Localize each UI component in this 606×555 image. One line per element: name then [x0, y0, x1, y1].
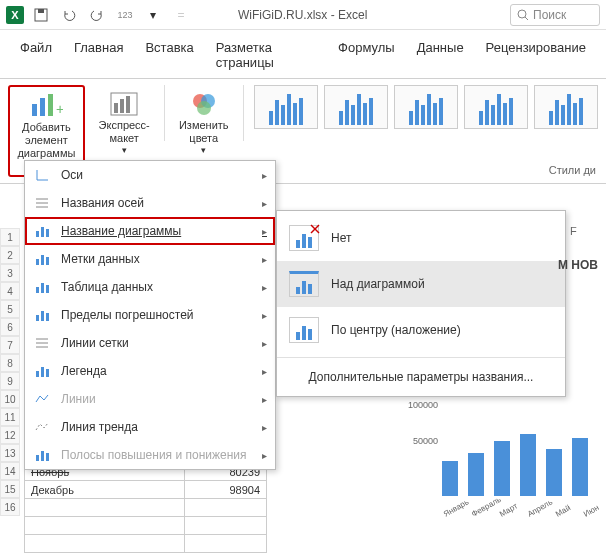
- chart-title-text: М НОВ: [558, 258, 598, 272]
- submenu-more-options[interactable]: Дополнительные параметры названия...: [277, 362, 565, 392]
- dropdown-item-3[interactable]: Метки данных▸: [25, 245, 275, 273]
- dropdown-item-4[interactable]: Таблица данных▸: [25, 273, 275, 301]
- chart-bar: [468, 453, 484, 496]
- svg-rect-27: [41, 283, 44, 293]
- submenu-item-above[interactable]: Над диаграммой: [277, 261, 565, 307]
- chart-styles-gallery[interactable]: [254, 85, 598, 129]
- row-header[interactable]: 14: [0, 462, 20, 480]
- tab-insert[interactable]: Вставка: [135, 34, 203, 78]
- dropdown-label: Метки данных: [61, 252, 140, 266]
- chevron-right-icon: ▸: [262, 282, 267, 293]
- svg-rect-30: [41, 311, 44, 321]
- dropdown-item-6[interactable]: Линии сетки▸: [25, 329, 275, 357]
- chevron-right-icon: ▸: [262, 366, 267, 377]
- x-label: Июн: [582, 499, 606, 519]
- row-header[interactable]: 5: [0, 300, 20, 318]
- add-chart-element-label: Добавить элемент диаграммы: [12, 121, 81, 161]
- search-input[interactable]: Поиск: [510, 4, 600, 26]
- menu-item-icon: [33, 279, 51, 295]
- x-label: Февраль: [470, 499, 495, 519]
- svg-rect-26: [36, 287, 39, 293]
- dropdown-label: Линии сетки: [61, 336, 129, 350]
- column-header-f[interactable]: F: [570, 225, 577, 237]
- dropdown-item-0[interactable]: Оси▸: [25, 161, 275, 189]
- row-header[interactable]: 1: [0, 228, 20, 246]
- dropdown-label: Оси: [61, 168, 83, 182]
- svg-rect-29: [36, 315, 39, 321]
- svg-rect-1: [38, 9, 44, 13]
- undo-button[interactable]: [58, 4, 80, 26]
- chart-above-icon: [289, 271, 319, 297]
- tab-page-layout[interactable]: Разметка страницы: [206, 34, 326, 78]
- chart-style-3[interactable]: [394, 85, 458, 129]
- row-header[interactable]: 9: [0, 372, 20, 390]
- row-header[interactable]: 4: [0, 282, 20, 300]
- dropdown-item-9[interactable]: Линия тренда▸: [25, 413, 275, 441]
- menu-item-icon: [33, 447, 51, 463]
- chevron-right-icon: ▸: [262, 226, 267, 237]
- x-label: Апрель: [526, 499, 551, 519]
- redo-button[interactable]: [86, 4, 108, 26]
- chart-style-5[interactable]: [534, 85, 598, 129]
- row-header[interactable]: 12: [0, 426, 20, 444]
- qat-dropdown[interactable]: ▾: [142, 4, 164, 26]
- row-header[interactable]: 15: [0, 480, 20, 498]
- row-header[interactable]: 11: [0, 408, 20, 426]
- row-header[interactable]: 6: [0, 318, 20, 336]
- dropdown-item-2[interactable]: Название диаграммы▸: [25, 217, 275, 245]
- row-header[interactable]: 7: [0, 336, 20, 354]
- svg-line-3: [525, 17, 528, 20]
- chevron-right-icon: ▸: [262, 394, 267, 405]
- svg-rect-28: [46, 285, 49, 293]
- svg-point-2: [518, 10, 526, 18]
- express-layout-button[interactable]: Экспресс-макет ▾: [95, 85, 154, 160]
- svg-rect-6: [48, 94, 53, 116]
- change-colors-button[interactable]: Изменить цвета ▾: [174, 85, 233, 160]
- row-header[interactable]: 2: [0, 246, 20, 264]
- page-num-icon[interactable]: 123: [114, 4, 136, 26]
- chart-style-1[interactable]: [254, 85, 318, 129]
- row-header[interactable]: 16: [0, 498, 20, 516]
- row-header[interactable]: 13: [0, 444, 20, 462]
- colors-icon: [186, 89, 222, 119]
- dropdown-label: Полосы повышения и понижения: [61, 448, 247, 462]
- chart-element-icon: +: [28, 91, 64, 121]
- qat-sep: =: [170, 4, 192, 26]
- y-tick: 100000: [402, 400, 438, 410]
- row-header[interactable]: 10: [0, 390, 20, 408]
- dropdown-item-7[interactable]: Легенда▸: [25, 357, 275, 385]
- dropdown-item-5[interactable]: Пределы погрешностей▸: [25, 301, 275, 329]
- chart-bars: [442, 418, 588, 496]
- menu-item-icon: [33, 419, 51, 435]
- worksheet-cells[interactable]: Ноябрь80239 Декабрь98904: [24, 462, 267, 553]
- chevron-right-icon: ▸: [262, 422, 267, 433]
- row-header[interactable]: 8: [0, 354, 20, 372]
- tab-review[interactable]: Рецензирование: [476, 34, 596, 78]
- chevron-right-icon: ▸: [262, 450, 267, 461]
- menu-item-icon: [33, 167, 51, 183]
- titlebar: X 123 ▾ = WiFiGiD.RU.xlsx - Excel Поиск: [0, 0, 606, 30]
- row-header[interactable]: 3: [0, 264, 20, 282]
- chart-style-4[interactable]: [464, 85, 528, 129]
- save-button[interactable]: [30, 4, 52, 26]
- search-icon: [517, 9, 529, 21]
- submenu-item-none[interactable]: Нет: [277, 215, 565, 261]
- svg-rect-37: [46, 369, 49, 377]
- tab-home[interactable]: Главная: [64, 34, 133, 78]
- tab-formulas[interactable]: Формулы: [328, 34, 405, 78]
- svg-rect-22: [46, 229, 49, 237]
- dropdown-item-1[interactable]: Названия осей▸: [25, 189, 275, 217]
- chart-style-2[interactable]: [324, 85, 388, 129]
- dropdown-label: Пределы погрешностей: [61, 308, 194, 322]
- submenu-label: Над диаграммой: [331, 277, 425, 291]
- dropdown-label: Линия тренда: [61, 420, 138, 434]
- submenu-item-overlay[interactable]: По центру (наложение): [277, 307, 565, 353]
- chevron-down-icon: ▾: [122, 145, 127, 156]
- embedded-chart[interactable]: 100000 50000 ЯнварьФевральМартАпрельМайИ…: [402, 400, 602, 520]
- row-headers: 12345678910111213141516: [0, 228, 20, 516]
- tab-file[interactable]: Файл: [10, 34, 62, 78]
- svg-rect-40: [46, 453, 49, 461]
- svg-rect-25: [46, 257, 49, 265]
- window-title: WiFiGiD.RU.xlsx - Excel: [238, 8, 367, 22]
- tab-data[interactable]: Данные: [407, 34, 474, 78]
